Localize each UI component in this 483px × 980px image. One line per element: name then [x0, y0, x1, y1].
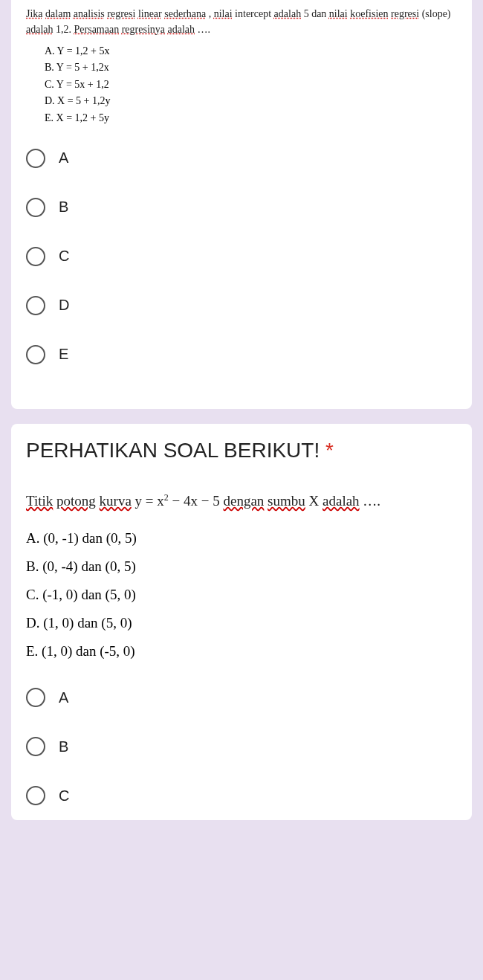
q1-text-part: koefisien — [350, 8, 388, 19]
q2-text-part: kurva — [100, 493, 132, 509]
q2-title: PERHATIKAN SOAL BERIKUT! * — [26, 439, 457, 462]
q1-radio-option-d[interactable]: D — [26, 296, 457, 315]
question-1-prompt: Jika dalam analisis regresi linear seder… — [26, 6, 457, 37]
q2-radio-label-a: A — [59, 689, 68, 706]
q1-text-part: (slope) — [422, 8, 451, 19]
question-2-prompt: Titik potong kurva y = x2 − 4x − 5 denga… — [26, 492, 457, 509]
q1-option-e-text: E. X = 1,2 + 5y — [45, 110, 457, 126]
q1-option-a-text: A. Y = 1,2 + 5x — [45, 43, 457, 59]
q1-text-part: regresi — [107, 8, 135, 19]
q1-option-b-text: B. Y = 5 + 1,2x — [45, 59, 457, 76]
q1-radio-label-e: E — [59, 346, 68, 363]
radio-icon — [26, 345, 45, 364]
q2-radio-option-a[interactable]: A — [26, 688, 457, 707]
q1-text-part: …. — [198, 24, 211, 35]
q1-text-part: adalah — [26, 24, 54, 35]
q1-radio-option-c[interactable]: C — [26, 247, 457, 266]
radio-icon — [26, 198, 45, 217]
q1-radio-option-b[interactable]: B — [26, 198, 457, 217]
radio-icon — [26, 149, 45, 168]
q2-text-part: …. — [363, 493, 380, 509]
radio-icon — [26, 688, 45, 707]
q1-text-part: 5 dan — [304, 8, 329, 19]
q1-text-part: linear — [138, 8, 162, 19]
q1-text-part: nilai — [329, 8, 348, 19]
q2-radio-option-c[interactable]: C — [26, 786, 457, 805]
q2-text-part: sumbu — [268, 493, 305, 509]
q2-text-part: adalah — [322, 493, 360, 509]
q2-radio-group: A B C — [26, 688, 457, 805]
q1-text-part: dalam — [45, 8, 71, 19]
q1-text-part: analisis — [74, 8, 105, 19]
q2-radio-label-c: C — [59, 787, 69, 805]
q1-text-part: sederhana — [164, 8, 206, 19]
q2-text-part: X — [309, 493, 322, 509]
q1-text-part: regresinya — [122, 24, 165, 35]
q2-text-part: dengan — [223, 493, 264, 509]
radio-icon — [26, 247, 45, 266]
q1-text-part: Jika — [26, 8, 43, 19]
q2-text-part: Titik — [26, 493, 53, 509]
q2-option-d-text: D. (1, 0) dan (5, 0) — [26, 609, 457, 637]
q1-text-part: 1,2. — [56, 24, 74, 35]
question-card-2: PERHATIKAN SOAL BERIKUT! * Titik potong … — [11, 424, 472, 820]
q1-radio-option-e[interactable]: E — [26, 345, 457, 364]
q1-radio-label-c: C — [59, 248, 69, 265]
q1-option-c-text: C. Y = 5x + 1,2 — [45, 77, 457, 93]
q1-radio-label-a: A — [59, 149, 68, 167]
q2-radio-label-b: B — [59, 738, 68, 755]
q2-radio-option-b[interactable]: B — [26, 737, 457, 756]
q1-text-part: , — [209, 8, 214, 19]
question-card-1: Jika dalam analisis regresi linear seder… — [11, 0, 472, 409]
q1-radio-label-b: B — [59, 199, 68, 216]
q2-sub-options: A. (0, -1) dan (0, 5) B. (0, -4) dan (0,… — [26, 524, 457, 665]
radio-icon — [26, 296, 45, 315]
q1-text-part: adalah — [274, 8, 302, 19]
q1-radio-label-d: D — [59, 297, 69, 314]
q2-option-c-text: C. (-1, 0) dan (5, 0) — [26, 581, 457, 609]
q2-text-part: − 4x − 5 — [169, 493, 224, 509]
q1-text-part: nilai — [214, 8, 233, 19]
radio-icon — [26, 786, 45, 805]
q1-sub-options: A. Y = 1,2 + 5x B. Y = 5 + 1,2x C. Y = 5… — [45, 43, 457, 126]
q1-text-part: intercept — [235, 8, 273, 19]
q1-radio-group: A B C D E — [26, 149, 457, 364]
required-star-icon: * — [325, 439, 334, 462]
q1-text-part: regresi — [391, 8, 419, 19]
q2-text-part: potong — [56, 493, 96, 509]
radio-icon — [26, 737, 45, 756]
q1-text-part: adalah — [168, 24, 195, 35]
q1-option-d-text: D. X = 5 + 1,2y — [45, 93, 457, 109]
q2-option-a-text: A. (0, -1) dan (0, 5) — [26, 524, 457, 552]
q1-radio-option-a[interactable]: A — [26, 149, 457, 168]
q2-text-part: y = x — [135, 493, 164, 509]
q2-option-e-text: E. (1, 0) dan (-5, 0) — [26, 637, 457, 665]
q2-title-text: PERHATIKAN SOAL BERIKUT! — [26, 439, 325, 462]
q1-text-part: Persamaan — [74, 24, 120, 35]
q2-option-b-text: B. (0, -4) dan (0, 5) — [26, 552, 457, 581]
